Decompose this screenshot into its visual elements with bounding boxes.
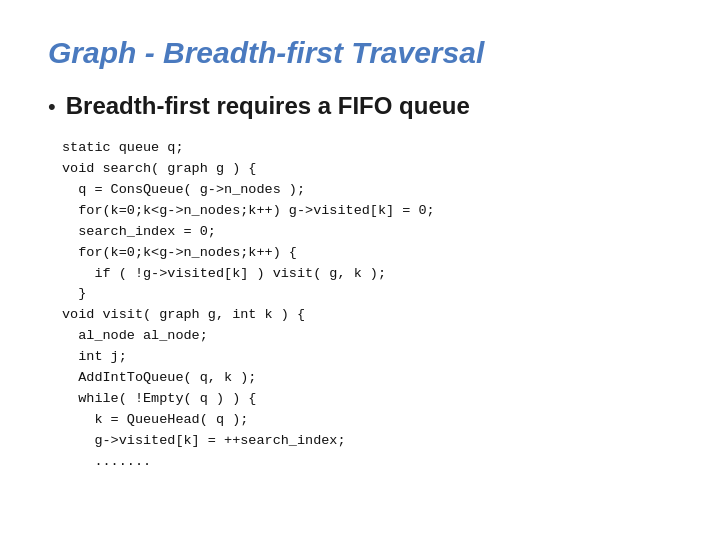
bullet-dot: •	[48, 94, 56, 120]
code-block-2: void visit( graph g, int k ) { al_node a…	[62, 305, 672, 472]
slide-container: Graph - Breadth-first Traversal • Breadt…	[0, 0, 720, 540]
bullet-text: Breadth-first requires a FIFO queue	[66, 92, 470, 120]
slide-title: Graph - Breadth-first Traversal	[48, 36, 672, 70]
bullet-point: • Breadth-first requires a FIFO queue	[48, 92, 672, 120]
code-block-1: static queue q; void search( graph g ) {…	[62, 138, 672, 305]
